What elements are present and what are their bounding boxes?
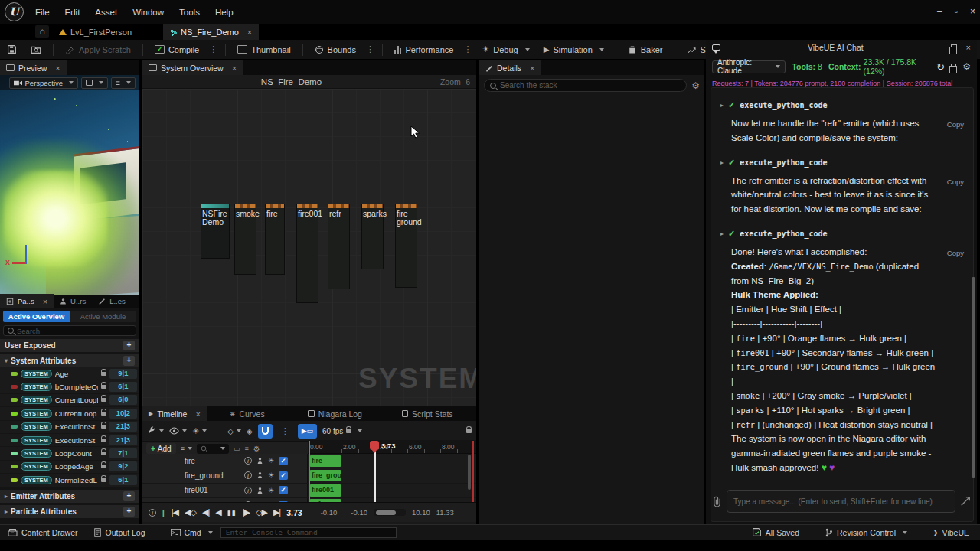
- add-parameter-button[interactable]: +: [123, 507, 135, 517]
- playback-options-button[interactable]: ▶▭: [298, 424, 317, 439]
- active-overview-toggle[interactable]: Active Overview: [3, 311, 70, 322]
- performance-button[interactable]: Performance: [387, 40, 460, 60]
- chat-messages[interactable]: ▸ ✓ execute_python_code Now let me handl…: [710, 87, 974, 522]
- cmd-dropdown[interactable]: Cmd: [163, 525, 220, 540]
- attach-icon[interactable]: [712, 496, 722, 507]
- step-forward-button[interactable]: |▶: [243, 507, 250, 517]
- collapsed-arrow-icon[interactable]: ▸: [5, 493, 8, 500]
- parameter-row[interactable]: SYSTEMbCompleteOr6|1: [0, 380, 139, 393]
- wrench-dropdown[interactable]: [147, 426, 164, 435]
- filter-dropdown[interactable]: ≡: [181, 445, 192, 452]
- visibility-dropdown[interactable]: [169, 427, 187, 435]
- tab-close-icon[interactable]: ×: [195, 409, 200, 419]
- emitter-node-smoke[interactable]: smoke: [234, 204, 256, 275]
- graph-canvas[interactable]: SYSTEM NSFire Demo smoke fire fire001 re…: [142, 89, 476, 406]
- tab-system-overview[interactable]: System Overview ×: [142, 60, 243, 75]
- layout-icon[interactable]: ▭: [234, 445, 240, 452]
- add-parameter-button[interactable]: +: [123, 341, 135, 350]
- baker-button[interactable]: Baker: [621, 40, 670, 60]
- timeline-zoom-scrollbar[interactable]: [374, 509, 406, 516]
- emitter-node-fire-ground[interactable]: fire ground: [395, 204, 417, 288]
- tool-call-row[interactable]: ▸ ✓ execute_python_code: [720, 229, 965, 239]
- chat-scrollbar[interactable]: [972, 277, 975, 478]
- next-keyframe-button[interactable]: ◇▶: [256, 507, 267, 517]
- track-clip[interactable]: fire001: [309, 484, 341, 497]
- copy-button[interactable]: Copy: [947, 118, 964, 132]
- tab-details[interactable]: Details ×: [479, 60, 541, 75]
- tab-close-icon[interactable]: ×: [55, 64, 60, 73]
- menu-asset[interactable]: Asset: [87, 4, 125, 21]
- vibeue-drawer-button[interactable]: ❯ VibeUE: [925, 525, 980, 540]
- effects-dropdown[interactable]: ✳: [192, 426, 207, 436]
- section-emitter-attributes[interactable]: ▸ Emitter Attributes +: [0, 490, 139, 503]
- playhead-marker[interactable]: [370, 441, 379, 450]
- model-dropdown[interactable]: Anthropic: Claude: [712, 60, 786, 73]
- revision-control-dropdown[interactable]: Revision Control: [817, 525, 915, 540]
- tool-call-row[interactable]: ▸ ✓ execute_python_code: [720, 158, 965, 168]
- chat-message-input[interactable]: [727, 490, 956, 513]
- info-icon[interactable]: i: [244, 457, 252, 465]
- tab-close-icon[interactable]: ×: [232, 64, 237, 73]
- play-reverse-button[interactable]: ◀: [215, 507, 220, 517]
- close-icon[interactable]: ×: [966, 43, 971, 52]
- save-button[interactable]: [0, 40, 24, 60]
- thumbnail-button[interactable]: Thumbnail: [230, 40, 297, 60]
- burst-icon[interactable]: ☀: [268, 471, 274, 479]
- expand-arrow-icon[interactable]: ▾: [5, 357, 8, 364]
- browse-to-asset-button[interactable]: [24, 40, 48, 60]
- fps-dropdown[interactable]: 60 fps: [322, 427, 362, 435]
- timeline-lock-icon[interactable]: [466, 429, 472, 433]
- parameter-row[interactable]: SYSTEMLoopedAge9|2: [0, 461, 139, 474]
- playback-range-start[interactable]: [309, 441, 310, 502]
- content-drawer-button[interactable]: Content Drawer: [0, 525, 86, 540]
- view-mode-button[interactable]: [81, 77, 108, 89]
- tab-user-parameters[interactable]: U..rs: [54, 294, 92, 308]
- restore-window-icon[interactable]: [951, 44, 957, 51]
- range-end-value[interactable]: 11.33: [436, 508, 454, 517]
- menu-help[interactable]: Help: [207, 4, 241, 21]
- details-search[interactable]: Search the stack: [484, 79, 687, 92]
- snap-options-icon[interactable]: ⋮: [278, 426, 292, 436]
- minimize-button[interactable]: –: [937, 6, 942, 17]
- compile-button[interactable]: Compile: [148, 40, 206, 60]
- burst-icon[interactable]: ☀: [268, 457, 274, 465]
- prev-keyframe-button[interactable]: ◀◇: [185, 507, 196, 517]
- performance-options-icon[interactable]: ⋮: [460, 44, 475, 54]
- preview-viewport[interactable]: X Perspective ≡: [0, 75, 139, 295]
- range-start-value[interactable]: -0.10: [321, 508, 338, 517]
- tab-script-stats[interactable]: Script Stats: [396, 406, 459, 421]
- add-parameter-button[interactable]: +: [123, 491, 135, 501]
- all-saved-button[interactable]: All Saved: [744, 525, 807, 540]
- section-particle-attributes[interactable]: ▸ Particle Attributes +: [0, 505, 139, 518]
- step-back-button[interactable]: ◀|: [202, 507, 209, 517]
- viewport-menu-button[interactable]: ≡: [111, 77, 136, 89]
- track-search[interactable]: [197, 444, 229, 454]
- tab-niagara-log[interactable]: Niagara Log: [302, 406, 368, 421]
- tab-preview[interactable]: Preview ×: [0, 60, 67, 75]
- view-end-value[interactable]: 10.10: [412, 508, 430, 517]
- keyframe-dropdown[interactable]: ◇: [227, 427, 241, 435]
- gear-icon[interactable]: ⚙: [691, 80, 700, 91]
- layers-icon[interactable]: [951, 64, 956, 70]
- close-button[interactable]: ×: [970, 6, 975, 17]
- compile-options-icon[interactable]: ⋮: [206, 44, 220, 54]
- pause-button[interactable]: ▮▮: [227, 509, 237, 517]
- tab-close-icon[interactable]: ×: [43, 297, 47, 306]
- track-clip[interactable]: fire_grou: [309, 470, 341, 482]
- parameter-row[interactable]: SYSTEMCurrentLoop10|2: [0, 407, 139, 420]
- tool-call-row[interactable]: ▸ ✓ execute_python_code: [720, 100, 965, 110]
- parameter-row[interactable]: SYSTEMAge9|1: [0, 367, 139, 380]
- info-icon[interactable]: i: [149, 509, 156, 517]
- home-icon[interactable]: ⌂: [35, 25, 49, 38]
- collapsed-arrow-icon[interactable]: ▸: [5, 508, 8, 515]
- bounds-options-icon[interactable]: ⋮: [363, 44, 377, 54]
- track-enabled-checkbox[interactable]: ✓: [279, 457, 288, 465]
- gear-icon[interactable]: ⚙: [253, 445, 260, 453]
- rows-icon[interactable]: ≡: [244, 445, 248, 452]
- emitter-node-fire[interactable]: fire: [265, 204, 285, 275]
- expander-icon[interactable]: ▸: [720, 102, 724, 109]
- add-track-button[interactable]: +Add: [146, 443, 176, 454]
- tab-close-icon[interactable]: ×: [530, 64, 534, 73]
- parameter-row[interactable]: SYSTEMExecutionSt21|3: [0, 434, 139, 447]
- snap-button-active[interactable]: [258, 424, 273, 439]
